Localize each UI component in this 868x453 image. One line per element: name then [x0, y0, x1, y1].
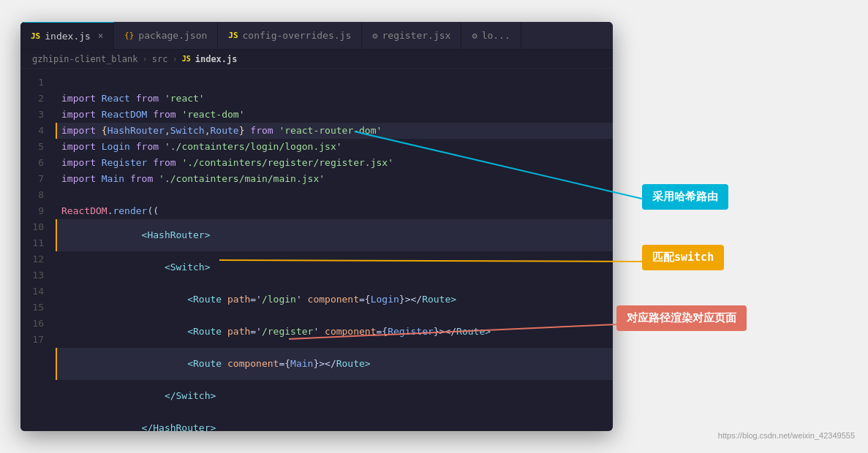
code-line-14: <Route component={Main}></Route>	[56, 348, 613, 380]
code-line-15: </Switch>	[56, 380, 613, 412]
breadcrumb-part: gzhipin-client_blank	[32, 54, 138, 64]
tab-register-jsx[interactable]: ⚙ register.jsx	[362, 22, 461, 49]
breadcrumb-current: index.js	[195, 54, 238, 64]
tab-config-overrides[interactable]: JS config-overrides.js	[218, 22, 362, 49]
code-line-13: <Route path='/register' component={Regis…	[56, 316, 613, 348]
js-icon: JS	[31, 31, 40, 41]
code-line-10: <HashRouter>	[56, 219, 613, 251]
code-line-8	[56, 187, 613, 203]
gear-icon: ⚙	[472, 31, 477, 41]
callout-hash-router: 采用哈希路由	[642, 184, 728, 210]
tab-label: config-overrides.js	[243, 30, 352, 41]
code-content: import React from 'react' import ReactDO…	[53, 69, 613, 431]
code-line-12: <Route path='/login' component={Login}><…	[56, 283, 613, 316]
callout-switch: 匹配switch	[642, 245, 724, 270]
code-line-7: import Main from './containters/main/mai…	[56, 171, 613, 187]
tab-package-json[interactable]: {} package.json	[114, 22, 218, 49]
code-line-2: import React from 'react'	[56, 91, 613, 107]
breadcrumb-separator: ›	[143, 54, 148, 64]
code-line-6: import Register from './containters/regi…	[56, 155, 613, 171]
code-line-3: import ReactDOM from 'react-dom'	[56, 107, 613, 123]
tab-label: package.json	[138, 30, 207, 41]
js-icon-small: JS	[182, 55, 191, 63]
watermark: https://blog.csdn.net/weixin_42349555	[718, 431, 855, 440]
editor-window: JS index.js × {} package.json JS config-…	[20, 22, 613, 431]
code-line-11: <Switch>	[56, 251, 613, 283]
code-line-4: import {HashRouter,Switch,Route} from 'r…	[56, 123, 613, 139]
gear-icon: ⚙	[372, 31, 377, 41]
code-area: 1 2 3 4 5 6 7 8 9 10 11 12 13 14 15 16 1…	[20, 69, 613, 431]
code-line-1	[56, 75, 613, 91]
tab-label: lo...	[482, 30, 510, 41]
breadcrumb: gzhipin-client_blank › src › JS index.js	[20, 50, 613, 69]
code-line-16: </HashRouter>	[56, 412, 613, 431]
tab-bar: JS index.js × {} package.json JS config-…	[20, 22, 613, 50]
tab-log[interactable]: ⚙ lo...	[461, 22, 521, 49]
code-line-9: ReactDOM.render((	[56, 203, 613, 219]
tab-label: index.js	[45, 31, 91, 42]
js-icon: JS	[228, 31, 238, 40]
tab-label: register.jsx	[382, 30, 450, 41]
close-icon[interactable]: ×	[98, 31, 103, 41]
breadcrumb-part: src	[152, 54, 168, 64]
screenshot-wrapper: JS index.js × {} package.json JS config-…	[0, 0, 868, 453]
tab-index-js[interactable]: JS index.js ×	[20, 22, 114, 49]
json-icon: {}	[124, 31, 134, 40]
code-line-5: import Login from './containters/login/l…	[56, 139, 613, 155]
line-numbers: 1 2 3 4 5 6 7 8 9 10 11 12 13 14 15 16 1…	[20, 69, 53, 431]
callout-route: 对应路径渲染对应页面	[616, 305, 747, 331]
breadcrumb-separator: ›	[172, 54, 177, 64]
